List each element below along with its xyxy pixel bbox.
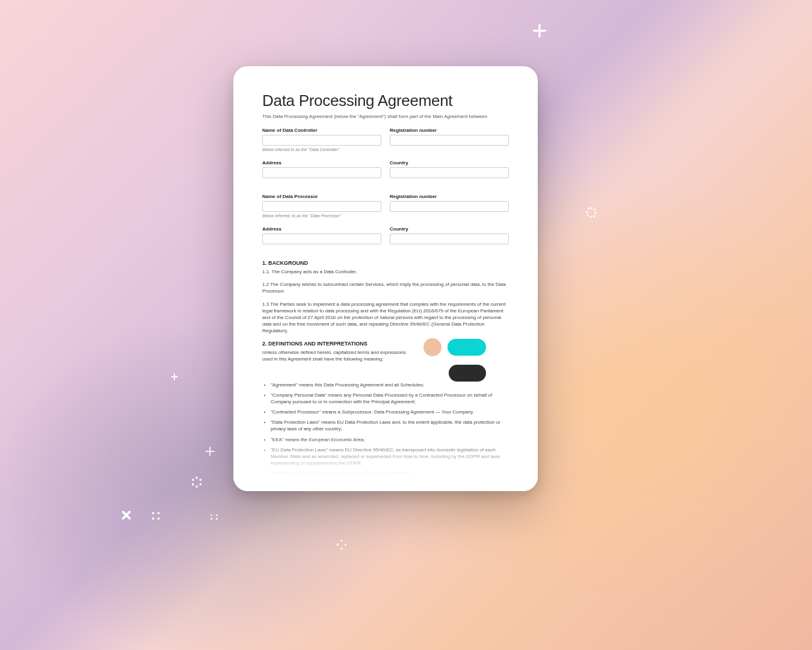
controller-reg-label: Registration number (390, 128, 509, 133)
processor-helper: Below referred, to as the "Data Processo… (262, 214, 509, 218)
definition-item: "Agreement" means this Data Processing A… (271, 382, 509, 388)
section-1-head: 1. BACKGROUND (262, 260, 509, 266)
accent-pill-cyan (448, 339, 486, 356)
controller-addr-input[interactable] (262, 167, 381, 178)
para-1-3: 1.3 The Parties seek to implement a data… (262, 301, 509, 335)
controller-country-input[interactable] (390, 167, 509, 178)
processor-country-input[interactable] (390, 234, 509, 244)
accent-circle-peach (423, 338, 441, 356)
processor-country-label: Country (390, 226, 509, 232)
processor-name-input[interactable] (262, 201, 381, 212)
definition-subitem: a transfer of Company Personal Data from… (279, 490, 509, 491)
definition-sublist: a transfer of Company Personal Data from… (271, 490, 509, 491)
processor-row-1: Name of Data Processor Registration numb… (262, 194, 509, 212)
accent-pill-dark (449, 365, 486, 382)
processor-reg-label: Registration number (390, 194, 509, 199)
processor-addr-label: Address (262, 226, 381, 232)
controller-reg-input[interactable] (390, 135, 509, 146)
definition-item: "EEA" means the European Economic Area; (271, 436, 509, 443)
definition-item: "EU Data Protection Laws" means EU Direc… (271, 447, 509, 467)
controller-addr-label: Address (262, 160, 381, 166)
document-card: Data Processing Agreement This Data Proc… (233, 66, 538, 491)
controller-helper: Below referred to as the "Data Controlle… (262, 147, 509, 152)
definition-item: "Data Transfer" means: a transfer of Com… (271, 481, 509, 491)
intro-text: This Data Processing Agreement (below th… (262, 114, 509, 119)
accent-shapes (423, 338, 486, 382)
para-1-1: 1.1. The Company acts as a Data Controll… (262, 268, 509, 275)
controller-name-input[interactable] (262, 135, 381, 146)
para-1-2: 1.2 The Company wishes to subcontract ce… (262, 281, 509, 294)
processor-addr-input[interactable] (262, 234, 381, 244)
definition-item: "Data Protection Laws" means EU Data Pro… (271, 419, 509, 432)
definition-item: "GDPR" means EU General Data Protection … (271, 470, 509, 477)
controller-row-2: Address Country (262, 160, 509, 178)
controller-name-label: Name of Data Controller (262, 128, 381, 133)
section-2-head: 2. DEFINITIONS AND INTERPRETATIONS (262, 341, 413, 347)
definitions-list: "Agreement" means this Data Processing A… (262, 382, 509, 492)
controller-country-label: Country (390, 160, 509, 166)
processor-reg-input[interactable] (390, 201, 509, 212)
section-2-intro: Unless otherwise defined herein, capital… (262, 349, 413, 362)
controller-row-1: Name of Data Controller Registration num… (262, 128, 509, 146)
definition-item: "Contracted Processor" means a Subproces… (271, 409, 509, 415)
document-title: Data Processing Agreement (262, 91, 509, 110)
processor-row-2: Address Country (262, 226, 509, 244)
processor-name-label: Name of Data Processor (262, 194, 381, 199)
definition-item-label: "Data Transfer" means: (271, 481, 321, 487)
definition-item: "Company Personal Data" means any Person… (271, 392, 509, 405)
